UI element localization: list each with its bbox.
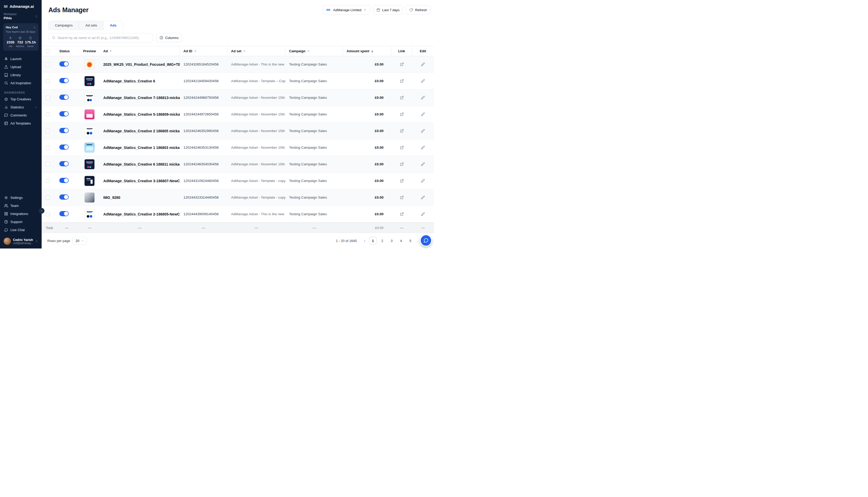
chat-fab[interactable] bbox=[420, 235, 432, 246]
sidebar-item-upload[interactable]: Upload bbox=[3, 63, 39, 71]
ad-thumbnail[interactable] bbox=[84, 176, 95, 186]
status-toggle[interactable] bbox=[59, 111, 69, 116]
sidebar-item-top-creatives[interactable]: Top Creatives bbox=[3, 95, 39, 103]
edit-icon[interactable] bbox=[421, 62, 425, 66]
account-selector[interactable]: AdManage Limited bbox=[322, 5, 370, 15]
external-link-icon[interactable] bbox=[400, 62, 404, 66]
sidebar-item-library[interactable]: Library bbox=[3, 71, 39, 79]
header-controls: AdManage Limited Last 7 days Refresh bbox=[322, 5, 430, 15]
ad-id: 120244244968750456 bbox=[180, 96, 228, 100]
edit-icon[interactable] bbox=[421, 196, 425, 199]
ad-thumbnail[interactable] bbox=[84, 109, 95, 119]
edit-icon[interactable] bbox=[421, 112, 425, 116]
row-checkbox[interactable] bbox=[46, 62, 50, 67]
edit-icon[interactable] bbox=[421, 212, 425, 216]
status-toggle[interactable] bbox=[59, 144, 69, 150]
row-checkbox[interactable] bbox=[46, 79, 50, 83]
sidebar-bottom-nav: Settings Team Integrations Support Live … bbox=[3, 194, 39, 234]
column-header-amount-spent[interactable]: Amount spent bbox=[343, 46, 391, 56]
page-button-2[interactable]: 2 bbox=[378, 237, 386, 245]
column-header-ad-id[interactable]: Ad ID bbox=[180, 46, 228, 56]
ad-thumbnail[interactable] bbox=[84, 142, 95, 153]
ad-thumbnail[interactable] bbox=[84, 193, 95, 203]
previous-page-button[interactable] bbox=[362, 238, 368, 244]
external-link-icon[interactable] bbox=[400, 179, 404, 183]
columns-button[interactable]: Columns bbox=[156, 33, 182, 42]
row-checkbox[interactable] bbox=[46, 112, 50, 116]
external-link-icon[interactable] bbox=[400, 162, 404, 166]
sidebar-item-label: Upload bbox=[10, 65, 21, 69]
external-link-icon[interactable] bbox=[400, 196, 404, 199]
tab-campaigns[interactable]: Campaigns bbox=[49, 21, 79, 30]
sidebar-item-team[interactable]: Team bbox=[3, 202, 39, 210]
status-toggle[interactable] bbox=[59, 211, 69, 216]
sidebar-item-launch[interactable]: Launch bbox=[3, 55, 39, 63]
search-input[interactable] bbox=[57, 36, 149, 40]
row-checkbox[interactable] bbox=[46, 212, 50, 216]
edit-icon[interactable] bbox=[421, 79, 425, 83]
rows-per-page-select[interactable]: 20 bbox=[73, 237, 87, 245]
ad-thumbnail[interactable] bbox=[84, 76, 95, 86]
column-header-ad-set[interactable]: Ad set bbox=[228, 46, 286, 56]
workspace-switcher[interactable]: Workspace Pihla bbox=[3, 13, 39, 20]
ad-thumbnail[interactable] bbox=[84, 159, 95, 170]
edit-icon[interactable] bbox=[421, 129, 425, 133]
external-link-icon[interactable] bbox=[400, 79, 404, 83]
ad-name: AdManage_Statics_Creative 1 186803 micka… bbox=[100, 145, 180, 150]
column-header-ad[interactable]: Ad bbox=[100, 46, 180, 56]
sidebar-item-integrations[interactable]: Integrations bbox=[3, 210, 39, 218]
sidebar-item-comments[interactable]: Comments bbox=[3, 111, 39, 119]
ad-thumbnail[interactable] bbox=[84, 93, 95, 103]
status-toggle[interactable] bbox=[59, 128, 69, 133]
refresh-button[interactable]: Refresh bbox=[406, 5, 430, 15]
page-button-5[interactable]: 5 bbox=[407, 237, 414, 245]
row-checkbox[interactable] bbox=[46, 129, 50, 133]
sidebar-item-ad-templates[interactable]: Ad Templates bbox=[3, 119, 39, 127]
page-button-3[interactable]: 3 bbox=[388, 237, 396, 245]
status-toggle[interactable] bbox=[59, 195, 69, 200]
sidebar-item-live-chat[interactable]: Live Chat bbox=[3, 226, 39, 234]
row-checkbox[interactable] bbox=[46, 179, 50, 183]
ad-id: 120244246354030456 bbox=[180, 162, 228, 166]
edit-icon[interactable] bbox=[421, 145, 425, 150]
external-link-icon[interactable] bbox=[400, 145, 404, 150]
date-range-button[interactable]: Last 7 days bbox=[373, 5, 403, 15]
ad-thumbnail[interactable] bbox=[84, 209, 95, 219]
users-icon bbox=[4, 204, 8, 208]
pagination-pages: 12345 bbox=[369, 237, 414, 245]
external-link-icon[interactable] bbox=[400, 129, 404, 133]
status-toggle[interactable] bbox=[59, 161, 69, 166]
avatar bbox=[4, 238, 11, 245]
column-header-campaign[interactable]: Campaign bbox=[286, 46, 343, 56]
sidebar-item-support[interactable]: Support bbox=[3, 218, 39, 226]
row-checkbox[interactable] bbox=[46, 196, 50, 200]
sidebar-item-ad-inspiration[interactable]: Ad Inspiration bbox=[3, 79, 39, 87]
page-button-1[interactable]: 1 bbox=[369, 237, 377, 245]
external-link-icon[interactable] bbox=[400, 96, 404, 100]
status-toggle[interactable] bbox=[59, 61, 69, 67]
sidebar-item-statistics[interactable]: Statistics bbox=[3, 103, 39, 111]
edit-icon[interactable] bbox=[421, 162, 425, 166]
sidebar-collapse-button[interactable] bbox=[39, 208, 44, 214]
close-icon[interactable] bbox=[33, 26, 36, 29]
edit-icon[interactable] bbox=[421, 179, 425, 183]
external-link-icon[interactable] bbox=[400, 212, 404, 216]
edit-icon[interactable] bbox=[421, 96, 425, 100]
row-checkbox[interactable] bbox=[46, 96, 50, 100]
tab-ads[interactable]: Ads bbox=[104, 21, 123, 30]
external-link-icon[interactable] bbox=[400, 112, 404, 116]
ad-thumbnail[interactable] bbox=[84, 59, 95, 70]
sidebar-item-settings[interactable]: Settings bbox=[3, 194, 39, 202]
select-all-checkbox[interactable] bbox=[46, 49, 50, 53]
status-toggle[interactable] bbox=[59, 95, 69, 100]
status-toggle[interactable] bbox=[59, 78, 69, 83]
meta-infinity-icon bbox=[326, 7, 331, 13]
tab-ad-sets[interactable]: Ad sets bbox=[79, 21, 104, 30]
ad-thumbnail[interactable] bbox=[84, 126, 95, 136]
brand-logo-icon bbox=[4, 4, 8, 9]
page-button-4[interactable]: 4 bbox=[397, 237, 405, 245]
row-checkbox[interactable] bbox=[46, 145, 50, 150]
user-menu[interactable]: Cedric Yarish ced@admanag... bbox=[3, 237, 39, 246]
row-checkbox[interactable] bbox=[46, 162, 50, 166]
status-toggle[interactable] bbox=[59, 178, 69, 183]
